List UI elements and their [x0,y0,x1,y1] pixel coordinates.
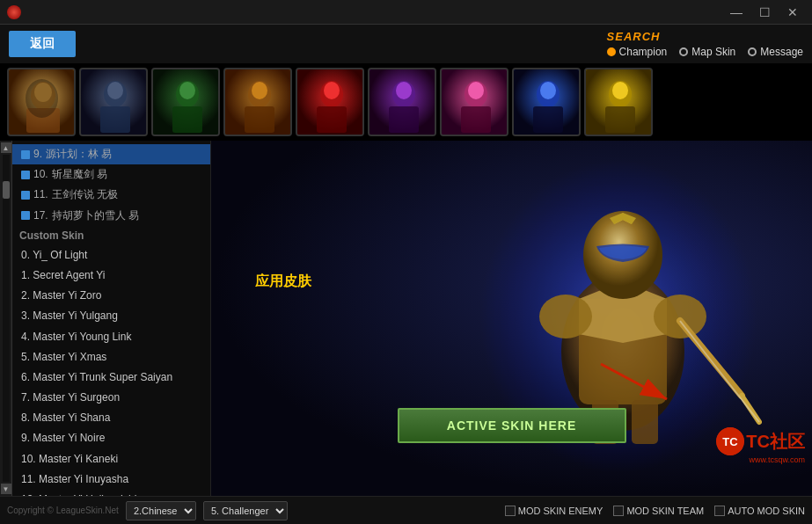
svg-point-10 [179,82,195,99]
svg-point-18 [324,82,340,99]
radio-dot-champion [607,47,616,56]
red-arrow [592,355,680,408]
scroll-track [3,155,10,482]
custom-skin-item-3[interactable]: 3. Master Yi Yulgang [12,306,210,326]
search-options: Champion Map Skin Message [607,46,803,58]
thumbnails-row [0,63,812,141]
mod-enemy-label[interactable]: MOD SKIN ENEMY [505,506,604,516]
builtin-skin-item-10[interactable]: 10. 斩星魔剑 易 [12,164,210,185]
back-button[interactable]: 返回 [9,31,76,57]
svg-line-49 [601,364,667,399]
custom-skin-item-6[interactable]: 6. Master Yi Trunk Super Saiyan [12,368,210,388]
auto-mod-text: AUTO MOD SKIN [728,506,805,516]
builtin-skin-name: 源计划：林 易 [46,146,112,163]
skin-icon [21,211,30,220]
custom-skin-item-10[interactable]: 10. Master Yi Kaneki [12,449,210,469]
svg-point-30 [540,82,556,99]
minimize-button[interactable]: — [724,2,749,23]
language-dropdown[interactable]: 2.Chinese [126,501,196,520]
skin-icon [21,191,30,200]
top-bar: 返回 SEARCH Champion Map Skin Message [0,25,812,63]
skin-list-scroll[interactable]: 9. 源计划：林 易 10. 斩星魔剑 易 11. 王剑传说 无极 [12,141,210,496]
svg-rect-27 [461,106,491,133]
svg-rect-31 [533,106,563,133]
champion-thumb-1[interactable] [7,68,76,136]
skin-list-panel: ▲ ▼ 9. 源计划：林 易 10. [0,141,211,496]
auto-mod-label[interactable]: AUTO MOD SKIN [714,506,805,516]
search-label: SEARCH [607,30,661,43]
copyright-text: Copyright © LeagueSkin.Net [7,506,119,515]
svg-text:TC: TC [723,435,739,448]
skin-icon [21,171,30,179]
svg-point-14 [252,82,267,99]
svg-rect-35 [605,106,635,133]
close-button[interactable]: ✕ [780,2,805,23]
scroll-up-button[interactable]: ▲ [1,142,11,153]
bottom-bar: Copyright © LeagueSkin.Net 2.Chinese 5. … [0,496,812,524]
mod-enemy-checkbox[interactable] [505,506,516,516]
champion-thumb-3[interactable] [151,68,220,136]
mod-team-checkbox[interactable] [613,506,624,516]
active-skin-button[interactable]: ACTIVE SKIN HERE [398,408,626,443]
svg-point-2 [34,83,52,102]
scroll-down-button[interactable]: ▼ [1,484,11,494]
watermark-logo: TC TC社区 [716,427,805,455]
radio-message[interactable]: Message [748,46,803,58]
custom-section-header: Custom Skin [12,226,210,245]
champion-thumb-6[interactable] [368,68,436,136]
custom-skin-item-1[interactable]: 1. Secret Agent Yi [12,266,210,286]
skin-preview: 应用皮肤 [211,141,812,496]
champion-thumb-9[interactable] [584,68,653,136]
scroll-indicator: ▲ ▼ [0,141,12,496]
custom-skin-item-9[interactable]: 9. Master Yi Noire [12,428,210,448]
radio-mapskin[interactable]: Map Skin [679,46,735,58]
builtin-skin-item-17[interactable]: 17. 持胡萝卜的雪人 易 [12,206,210,226]
svg-rect-23 [389,106,419,133]
mod-enemy-text: MOD SKIN ENEMY [518,506,604,516]
champion-thumb-7[interactable] [440,68,508,136]
radio-label-mapskin: Map Skin [691,46,735,58]
svg-point-34 [612,82,628,99]
svg-point-1 [31,82,55,110]
champion-thumb-4[interactable] [223,68,292,136]
builtin-skin-name: 王剑传说 无极 [52,186,118,203]
tc-logo-circle: TC [716,427,744,455]
skin-icon [21,150,30,159]
custom-skin-item-4[interactable]: 4. Master Yi Young Link [12,327,210,347]
title-bar: — ☐ ✕ [0,0,812,25]
content-area: ▲ ▼ 9. 源计划：林 易 10. [0,141,812,496]
custom-skin-item-12[interactable]: 12. Master Yi Hollow Ichigo [12,490,210,496]
custom-skin-item-7[interactable]: 7. Master Yi Surgeon [12,388,210,408]
svg-point-41 [654,295,706,338]
svg-rect-7 [100,106,130,133]
custom-skin-item-0[interactable]: 0. Yi_ Of Light [12,245,210,266]
builtin-skin-name: 持胡萝卜的雪人 易 [52,207,139,224]
mod-team-label[interactable]: MOD SKIN TEAM [613,506,704,516]
mod-team-text: MOD SKIN TEAM [626,506,704,516]
watermark-text: TC社区 [746,430,805,454]
builtin-skin-item-9[interactable]: 9. 源计划：林 易 [12,144,210,164]
mod-options: MOD SKIN ENEMY MOD SKIN TEAM AUTO MOD SK… [505,506,805,516]
radio-label-message: Message [760,46,803,58]
maximize-button[interactable]: ☐ [752,2,777,23]
svg-rect-11 [172,106,202,133]
radio-champion[interactable]: Champion [607,46,668,58]
main-content: 返回 SEARCH Champion Map Skin Message [0,25,812,524]
builtin-skin-item-11[interactable]: 11. 王剑传说 无极 [12,185,210,205]
challenger-dropdown[interactable]: 5. Challenger [203,501,288,520]
scroll-thumb [3,181,10,199]
title-bar-left [7,5,21,19]
custom-skin-item-2[interactable]: 2. Master Yi Zoro [12,286,210,306]
champion-thumb-8[interactable] [512,68,581,136]
custom-skin-item-5[interactable]: 5. Master Yi Xmas [12,347,210,368]
svg-point-40 [539,295,592,338]
watermark-site: www.tcsqw.com [749,455,805,464]
svg-point-26 [468,82,484,99]
champion-thumb-2[interactable] [79,68,148,136]
builtin-skin-number: 11. [33,186,48,203]
custom-skin-item-11[interactable]: 11. Master Yi Inuyasha [12,469,210,490]
champion-thumb-5[interactable] [296,68,364,136]
auto-mod-checkbox[interactable] [714,506,725,516]
custom-skin-item-8[interactable]: 8. Master Yi Shana [12,408,210,428]
watermark-area: TC TC社区 www.tcsqw.com [716,427,805,464]
